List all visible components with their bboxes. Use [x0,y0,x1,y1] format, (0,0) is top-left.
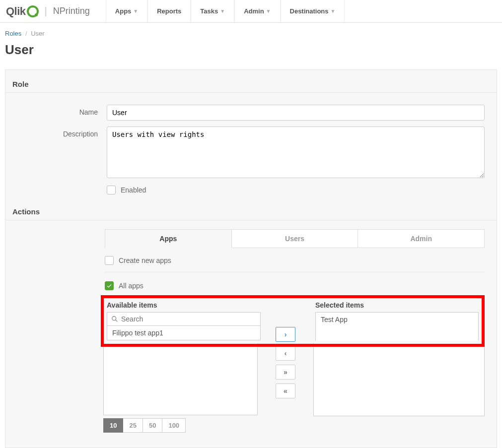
name-label: Name [12,105,107,116]
role-section-title: Role [5,80,497,93]
move-left-button[interactable]: ‹ [276,346,295,361]
nav-tasks[interactable]: Tasks▼ [191,0,234,22]
description-textarea[interactable] [107,127,485,178]
nav-admin-label: Admin [244,7,264,15]
breadcrumb-current: User [31,30,44,37]
available-column: Available items Filippo test app1 [107,301,261,341]
nav-reports[interactable]: Reports [147,0,191,22]
pager-10[interactable]: 10 [103,418,123,433]
all-apps-checkbox-group[interactable]: All apps [105,281,485,290]
qlik-logo-icon [27,5,39,17]
nav-reports-label: Reports [157,7,181,15]
tab-admin[interactable]: Admin [358,229,485,248]
divider [105,272,485,272]
description-row: Description [5,124,497,183]
pager-100[interactable]: 100 [162,418,186,433]
nav-destinations-label: Destinations [290,7,329,15]
brand: Qlik | NPrinting [0,5,96,18]
enabled-checkbox[interactable] [107,186,116,194]
double-chevron-right-icon: » [284,368,287,376]
selected-listbox[interactable] [313,343,485,416]
pager: 10 25 50 100 [103,418,258,433]
actions-tabs: Apps Users Admin [105,229,485,248]
breadcrumb-separator: / [25,30,27,37]
chevron-down-icon: ▼ [133,8,138,14]
nav-destinations[interactable]: Destinations▼ [281,0,345,22]
brand-qlik-text: Qlik [6,5,26,18]
highlight-box: Available items Filippo test app1 Select… [101,295,485,347]
selected-items-title: Selected items [315,301,479,309]
nav-apps[interactable]: Apps▼ [106,0,147,22]
create-new-apps-checkbox[interactable] [105,256,114,265]
available-item[interactable]: Filippo test app1 [112,329,163,337]
check-icon [106,283,112,289]
create-new-apps-checkbox-group[interactable]: Create new apps [105,256,485,265]
breadcrumb-roles-link[interactable]: Roles [5,30,21,37]
actions-section-title: Actions [5,207,497,220]
chevron-down-icon: ▼ [266,8,271,14]
nav-apps-label: Apps [115,7,132,15]
double-chevron-left-icon: « [284,387,287,395]
selected-item[interactable]: Test App [321,316,348,323]
available-listbox[interactable] [103,343,258,415]
selected-column: Selected items Test App [315,301,479,341]
brand-separator: | [45,5,47,17]
pager-50[interactable]: 50 [143,418,162,433]
nav-tasks-label: Tasks [200,7,218,15]
available-items-title: Available items [107,301,261,309]
name-input[interactable] [107,105,485,121]
svg-line-1 [116,320,118,322]
actions-body: Create new apps All apps Available items… [105,256,497,433]
search-icon [111,316,118,322]
all-apps-label: All apps [119,282,143,290]
tab-apps[interactable]: Apps [105,229,232,248]
create-new-apps-label: Create new apps [119,256,171,264]
move-all-right-button[interactable]: » [276,365,295,380]
page-title: User [0,39,502,69]
move-all-left-button[interactable]: « [276,384,295,398]
chevron-down-icon: ▼ [331,8,336,14]
search-box[interactable] [107,312,261,326]
chevron-down-icon: ▼ [220,8,225,14]
shuttle-row: 10 25 50 100 › ‹ » « [104,347,485,433]
chevron-left-icon: ‹ [285,349,287,357]
main-nav: Apps▼ Reports Tasks▼ Admin▼ Destinations… [96,0,345,22]
role-panel: Role Name Description Enabled Actions Ap… [5,69,497,448]
svg-point-0 [112,317,116,320]
description-label: Description [12,127,107,138]
pager-25[interactable]: 25 [123,418,143,433]
tab-users[interactable]: Users [232,229,359,248]
enabled-row: Enabled [5,183,497,197]
enabled-checkbox-group[interactable]: Enabled [107,186,485,194]
name-row: Name [5,102,497,124]
nav-admin[interactable]: Admin▼ [234,0,280,22]
brand-product-text: NPrinting [53,6,90,16]
all-apps-checkbox[interactable] [105,281,114,290]
search-input[interactable] [121,315,256,323]
top-bar: Qlik | NPrinting Apps▼ Reports Tasks▼ Ad… [0,0,502,23]
breadcrumb: Roles / User [0,23,502,39]
enabled-label: Enabled [121,186,146,194]
